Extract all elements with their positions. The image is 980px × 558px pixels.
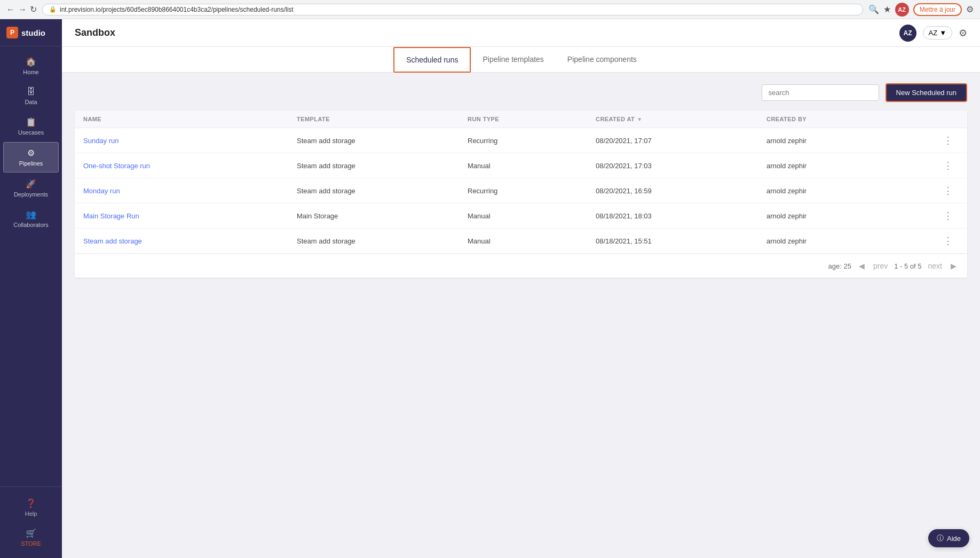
collaborators-icon: 👥 xyxy=(26,209,36,219)
cell-created-by-0: arnold zephir xyxy=(766,137,937,145)
user-dropdown[interactable]: AZ ▼ xyxy=(923,26,953,40)
cell-template-4: Steam add storage xyxy=(297,237,468,245)
sidebar-item-data[interactable]: 🗄 Data xyxy=(3,82,59,111)
sidebar-item-pipelines[interactable]: ⚙ Pipelines xyxy=(3,142,59,172)
col-header-run-type: RUN TYPE xyxy=(468,116,596,122)
col-header-created-by: CREATED BY xyxy=(766,116,937,122)
browser-nav-icons: ← → ↻ xyxy=(6,4,37,14)
prev-page-button[interactable]: ◀ xyxy=(857,261,867,271)
next-page-label[interactable]: next xyxy=(926,261,944,271)
cell-run-type-4: Manual xyxy=(468,237,596,245)
search-browser-icon[interactable]: 🔍 xyxy=(868,4,879,14)
cell-name-0: Sunday run xyxy=(83,137,297,145)
row-actions-1[interactable]: ⋮ xyxy=(937,160,959,171)
run-link-4[interactable]: Steam add storage xyxy=(83,237,142,245)
cell-name-3: Main Storage Run xyxy=(83,212,297,220)
sidebar-label-deployments: Deployments xyxy=(14,191,48,198)
logo-icon: P xyxy=(6,27,18,38)
browser-actions: 🔍 ★ AZ Mettre à jour ⚙ xyxy=(868,3,974,17)
cell-created-at-0: 08/20/2021, 17:07 xyxy=(596,137,766,145)
search-input[interactable] xyxy=(762,84,879,101)
sidebar-item-deployments[interactable]: 🚀 Deployments xyxy=(3,174,59,203)
pipelines-icon: ⚙ xyxy=(27,148,35,158)
back-icon[interactable]: ← xyxy=(6,5,15,14)
cell-created-at-4: 08/18/2021, 15:51 xyxy=(596,237,766,245)
tab-pipeline-templates[interactable]: Pipeline templates xyxy=(471,48,555,72)
update-button[interactable]: Mettre à jour xyxy=(913,3,962,16)
browser-user-avatar: AZ xyxy=(895,3,909,17)
settings-browser-icon[interactable]: ⚙ xyxy=(966,4,974,14)
cell-template-1: Steam add storage xyxy=(297,162,468,170)
toolbar-row: New Scheduled run xyxy=(75,83,967,102)
header-right: AZ AZ ▼ ⚙ xyxy=(899,25,968,42)
refresh-icon[interactable]: ↻ xyxy=(30,4,37,14)
avatar: AZ xyxy=(899,25,916,42)
user-initials: AZ xyxy=(929,29,938,37)
avatar-initials: AZ xyxy=(904,29,912,37)
sidebar-item-collaborators[interactable]: 👥 Collaborators xyxy=(3,204,59,233)
cell-created-at-1: 08/20/2021, 17:03 xyxy=(596,162,766,170)
top-header: Sandbox AZ AZ ▼ ⚙ xyxy=(62,19,980,47)
new-scheduled-run-button[interactable]: New Scheduled run xyxy=(886,83,967,102)
data-icon: 🗄 xyxy=(27,87,35,97)
logo-text: studio xyxy=(21,28,45,37)
sidebar-logo: P studio xyxy=(0,19,62,46)
sidebar-label-help: Help xyxy=(25,510,37,517)
sidebar-item-help[interactable]: ❓ Help xyxy=(3,493,59,522)
run-link-1[interactable]: One-shot Storage run xyxy=(83,162,150,170)
run-link-3[interactable]: Main Storage Run xyxy=(83,212,139,220)
cell-run-type-2: Recurring xyxy=(468,187,596,195)
cell-template-0: Steam add storage xyxy=(297,137,468,145)
run-link-2[interactable]: Monday run xyxy=(83,187,120,195)
col-header-created-at[interactable]: CREATED AT ▼ xyxy=(596,116,766,122)
cell-name-2: Monday run xyxy=(83,187,297,195)
tab-scheduled-runs[interactable]: Scheduled runs xyxy=(393,47,471,73)
table-row: Main Storage Run Main Storage Manual 08/… xyxy=(75,203,967,229)
address-bar[interactable]: 🔒 int.prevision.io/projects/60d5ec890b86… xyxy=(42,4,863,15)
page-size-label: age: 25 xyxy=(828,262,851,270)
page-range: 1 - 5 of 5 xyxy=(894,262,921,270)
row-actions-2[interactable]: ⋮ xyxy=(937,185,959,197)
prev-page-label[interactable]: prev xyxy=(871,261,890,271)
help-sidebar-icon: ❓ xyxy=(26,498,36,508)
settings-icon[interactable]: ⚙ xyxy=(959,27,967,39)
sidebar-item-home[interactable]: 🏠 Home xyxy=(3,51,59,81)
run-link-0[interactable]: Sunday run xyxy=(83,137,119,145)
sidebar-nav: 🏠 Home 🗄 Data 📋 Usecases ⚙ Pipelines 🚀 D… xyxy=(0,51,62,486)
sidebar-item-usecases[interactable]: 📋 Usecases xyxy=(3,112,59,141)
tab-pipeline-templates-label: Pipeline templates xyxy=(483,55,543,64)
cell-name-1: One-shot Storage run xyxy=(83,162,297,170)
help-circle-icon: ⓘ xyxy=(937,533,944,543)
col-header-template: TEMPLATE xyxy=(297,116,468,122)
sidebar-label-pipelines: Pipelines xyxy=(19,160,43,167)
table-header: NAME TEMPLATE RUN TYPE CREATED AT ▼ CREA… xyxy=(75,111,967,128)
page-size-value: 25 xyxy=(844,262,851,270)
data-table: NAME TEMPLATE RUN TYPE CREATED AT ▼ CREA… xyxy=(75,111,967,278)
table-row: Monday run Steam add storage Recurring 0… xyxy=(75,178,967,203)
col-header-created-at-label: CREATED AT xyxy=(596,116,635,122)
row-actions-3[interactable]: ⋮ xyxy=(937,210,959,222)
next-page-button[interactable]: ▶ xyxy=(949,261,959,271)
dropdown-chevron-icon: ▼ xyxy=(939,29,946,37)
sidebar-label-data: Data xyxy=(25,99,37,105)
row-actions-0[interactable]: ⋮ xyxy=(937,135,959,146)
page-nav: ◀ prev 1 - 5 of 5 next ▶ xyxy=(857,261,959,271)
col-header-name: NAME xyxy=(83,116,297,122)
lock-icon: 🔒 xyxy=(49,6,57,13)
sidebar: P studio 🏠 Home 🗄 Data 📋 Usecases ⚙ Pipe… xyxy=(0,19,62,558)
forward-icon[interactable]: → xyxy=(18,5,27,14)
tab-pipeline-components-label: Pipeline components xyxy=(567,55,637,64)
sidebar-label-store: STORE xyxy=(21,540,41,547)
sidebar-item-store[interactable]: 🛒 STORE xyxy=(3,523,59,552)
bookmark-icon[interactable]: ★ xyxy=(883,4,891,14)
pagination: age: 25 ◀ prev 1 - 5 of 5 next ▶ xyxy=(75,254,967,278)
help-button[interactable]: ⓘ Aide xyxy=(928,529,969,547)
content-area: New Scheduled run NAME TEMPLATE RUN TYPE… xyxy=(62,73,980,558)
cell-created-by-4: arnold zephir xyxy=(766,237,937,245)
sidebar-label-usecases: Usecases xyxy=(18,129,44,136)
sort-icon: ▼ xyxy=(637,116,642,122)
table-row: Sunday run Steam add storage Recurring 0… xyxy=(75,128,967,153)
tab-pipeline-components[interactable]: Pipeline components xyxy=(556,48,649,72)
cell-created-by-3: arnold zephir xyxy=(766,212,937,220)
row-actions-4[interactable]: ⋮ xyxy=(937,235,959,247)
